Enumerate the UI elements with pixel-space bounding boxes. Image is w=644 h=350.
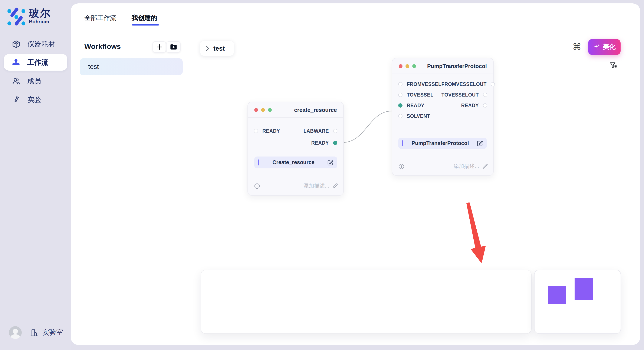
members-icon	[12, 77, 20, 85]
panel-title: Workflows	[84, 42, 121, 51]
port-label: READY	[461, 103, 479, 108]
add-description[interactable]: 添加描述...	[304, 182, 338, 189]
port-label: READY	[311, 140, 329, 146]
node-header[interactable]: create_resource	[248, 102, 343, 118]
console-panel: Console Task	[200, 270, 532, 334]
minimap-node	[574, 278, 593, 300]
pencil-icon	[482, 164, 488, 169]
node-title: PumpTransferProtocol	[427, 63, 487, 69]
add-description[interactable]: 添加描述...	[454, 163, 488, 170]
sidebar-item-label: 成员	[27, 76, 41, 86]
node-header[interactable]: PumpTransferProtocol	[392, 58, 493, 74]
sidebar-item-members[interactable]: 成员	[4, 73, 67, 89]
port-in-fromvessel[interactable]	[398, 82, 402, 86]
sidebar-item-experiments[interactable]: 实验	[4, 91, 67, 108]
filter-icon[interactable]	[610, 62, 617, 69]
folder-download-icon	[170, 44, 177, 50]
node-title: create_resource	[294, 107, 337, 113]
port-row: READY LABWARE	[254, 127, 337, 135]
port-out-ready[interactable]	[333, 141, 337, 145]
port-in-tovessel[interactable]	[398, 93, 402, 97]
sidebar-item-label: 仪器耗材	[27, 39, 55, 49]
dot-yellow-icon	[261, 108, 265, 112]
beautify-button[interactable]: 美化	[588, 39, 620, 55]
pill-label: PumpTransferProtocol	[403, 140, 477, 146]
minimap-node	[548, 286, 566, 304]
breadcrumb-label: test	[214, 45, 225, 52]
node-action-pill[interactable]: PumpTransferProtocol	[398, 138, 487, 149]
plus-icon	[156, 44, 162, 50]
sidebar-footer: 实验室	[9, 326, 68, 339]
workflow-list-item[interactable]: test	[80, 58, 183, 75]
test-tube-icon	[12, 95, 20, 104]
app-root: 玻尔 Bohrium 仪器耗材	[0, 0, 644, 350]
sidebar-item-consumables[interactable]: 仪器耗材	[4, 36, 67, 52]
window-dots	[254, 108, 272, 112]
port-in-ready[interactable]	[254, 129, 258, 133]
node-pump-transfer-protocol[interactable]: PumpTransferProtocol FROMVESSEL FROMVESS…	[392, 58, 494, 176]
dot-yellow-icon	[406, 64, 409, 68]
import-folder-button[interactable]	[166, 41, 180, 53]
command-icon[interactable]: ⌘	[572, 42, 582, 51]
bohrium-logo-icon	[6, 7, 25, 26]
port-label: LABWARE	[304, 128, 329, 134]
tabbar-divider	[71, 26, 640, 26]
breadcrumb[interactable]: test	[200, 41, 234, 56]
port-label: SOLVENT	[407, 114, 430, 119]
sidebar-item-label: 实验	[27, 95, 41, 104]
package-icon	[12, 39, 20, 48]
port-label: FROMVESSEL	[407, 82, 441, 87]
port-in-ready[interactable]	[398, 103, 402, 108]
sparkles-icon	[593, 43, 600, 51]
sidebar: 玻尔 Bohrium 仪器耗材	[0, 0, 71, 350]
pencil-icon	[332, 183, 338, 189]
add-workflow-button[interactable]	[152, 41, 166, 53]
minimap[interactable]	[534, 270, 621, 334]
node-footer: 添加描述...	[399, 163, 488, 170]
chevron-right-icon	[206, 45, 210, 51]
tab-created-by-me[interactable]: 我创建的	[132, 14, 157, 22]
node-create-resource[interactable]: create_resource READY LABWARE READY Crea…	[248, 102, 344, 196]
port-out-labware[interactable]	[333, 129, 337, 133]
port-row: READY READY	[398, 101, 487, 110]
description-placeholder: 添加描述...	[304, 182, 329, 189]
port-label: READY	[407, 103, 424, 108]
team-icon	[12, 58, 20, 67]
sidebar-item-label: 工作流	[27, 58, 48, 67]
node-footer: 添加描述...	[254, 182, 338, 190]
window-dots	[399, 64, 416, 68]
workflow-item-name: test	[88, 63, 99, 71]
port-out-fromvesselout[interactable]	[491, 82, 495, 86]
description-placeholder: 添加描述...	[454, 163, 479, 170]
beautify-label: 美化	[603, 43, 616, 51]
port-label: TOVESSEL	[407, 92, 434, 97]
lab-name-label: 实验室	[42, 328, 63, 337]
port-row: FROMVESSEL FROMVESSELOUT	[398, 80, 487, 88]
edit-icon[interactable]	[328, 160, 334, 166]
dot-red-icon	[399, 64, 402, 68]
port-row: SOLVENT	[398, 112, 487, 120]
port-label: TOVESSELOUT	[442, 92, 479, 97]
info-icon[interactable]	[399, 164, 404, 169]
dot-red-icon	[254, 108, 258, 112]
port-in-solvent[interactable]	[398, 114, 402, 118]
dot-green-icon	[412, 64, 416, 68]
port-out-ready[interactable]	[483, 103, 487, 108]
tab-all-workflows[interactable]: 全部工作流	[84, 14, 116, 22]
panel-divider	[186, 26, 186, 345]
brand-name-en: Bohrium	[29, 19, 49, 24]
building-icon	[30, 328, 39, 337]
pill-label: Create_resource	[260, 160, 328, 166]
active-tab-underline	[132, 24, 159, 25]
avatar-person-icon	[10, 334, 20, 339]
avatar-person-icon	[13, 329, 18, 334]
port-out-tovesselout[interactable]	[483, 93, 487, 97]
edit-icon[interactable]	[477, 140, 483, 146]
node-action-pill[interactable]: Create_resource	[254, 157, 337, 169]
port-row: READY	[254, 139, 337, 147]
port-row: TOVESSEL TOVESSELOUT	[398, 91, 487, 99]
lab-switcher[interactable]: 实验室	[30, 328, 63, 337]
info-icon[interactable]	[254, 183, 260, 189]
user-avatar[interactable]	[9, 326, 22, 339]
sidebar-item-workflow[interactable]: 工作流	[4, 54, 67, 71]
